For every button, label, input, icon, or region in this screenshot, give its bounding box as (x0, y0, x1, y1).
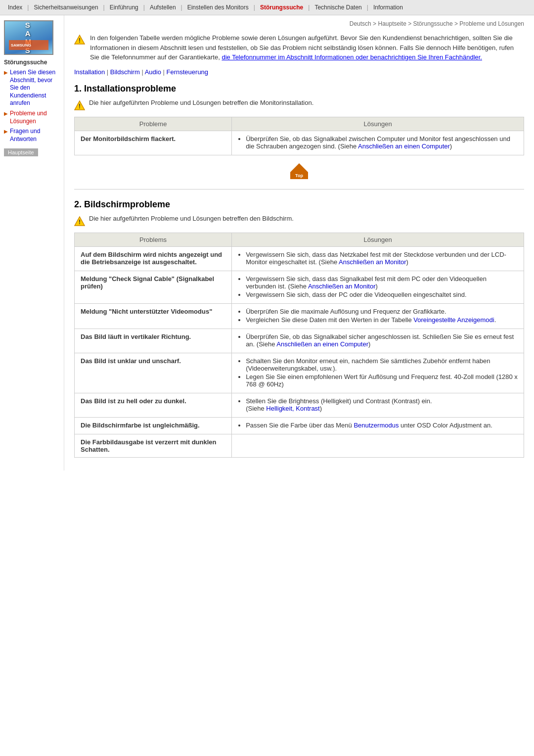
link-voreingestellt[interactable]: Voreingestellte Anzeigemodi (413, 316, 494, 324)
nav-aufstellen[interactable]: Aufstellen (146, 2, 180, 13)
problem-cell: Das Bild ist unklar und unscharf. (75, 353, 232, 393)
problem-cell: Meldung "Nicht unterstützter Videomodus" (75, 303, 232, 329)
top-arrow-icon (290, 163, 308, 172)
section1-heading: 1. Installationsprobleme (74, 84, 524, 94)
top-button[interactable]: Top (290, 163, 308, 179)
sidebar-link-probleme[interactable]: ▶ Probleme und Lösungen (4, 110, 60, 125)
section-links: Installation | Bildschirm | Audio | Fern… (74, 68, 524, 76)
problem-cell: Meldung "Check Signal Cable" (Signalkabe… (75, 271, 232, 303)
nav-einstellen[interactable]: Einstellen des Monitors (183, 2, 253, 13)
sidebar: SAMS SAMSUNG Störungssuche ▶ Lesen Sie d… (0, 15, 64, 471)
link-anschliessen-monitor-1[interactable]: Anschließen an Monitor (339, 258, 406, 266)
table-row: Das Bild läuft in vertikaler Richtung. Ü… (75, 329, 524, 353)
problem-cell: Die Farbbildausgabe ist verzerrt mit dun… (75, 434, 232, 457)
section1-intro-text: Die hier aufgeführten Probleme und Lösun… (89, 99, 313, 111)
intro-link[interactable]: die Telefonnummer im Abschnitt Informati… (222, 53, 482, 61)
sidebar-link-lesen[interactable]: ▶ Lesen Sie diesen Abschnitt, bevor Sie … (4, 69, 60, 107)
home-button[interactable]: Hauptseite (4, 148, 38, 156)
intro-box: ! In den folgenden Tabelle werden möglic… (74, 33, 524, 62)
intro-text: In den folgenden Tabelle werden mögliche… (90, 33, 524, 62)
top-button-container: Top (74, 163, 524, 179)
warning-icon-s1: ! (74, 100, 85, 111)
solution-cell: Überprüfen Sie, ob das Signalkabel zwisc… (232, 131, 524, 155)
section-link-fernsteuerung[interactable]: Fernsteuerung (167, 68, 209, 76)
section-link-installation[interactable]: Installation (74, 68, 105, 76)
table-row: Das Bild ist zu hell oder zu dunkel. Ste… (75, 393, 524, 417)
section2-intro: ! Die hier aufgeführten Probleme und Lös… (74, 215, 524, 227)
top-navigation: Index | Sicherheitsanweisungen | Einführ… (0, 0, 534, 15)
table-row: Die Bildschirmfarbe ist ungleichmäßig. P… (75, 417, 524, 434)
section-divider (74, 189, 524, 189)
link-benutzermodus[interactable]: Benutzermodus (354, 422, 399, 429)
link-anschliessen-monitor-2[interactable]: Anschließen an Monitor (308, 283, 376, 290)
section-link-audio[interactable]: Audio (145, 68, 161, 76)
solution-cell (232, 434, 524, 457)
solution-cell: Vergewissern Sie sich, dass das Signalka… (232, 271, 524, 303)
problem-cell: Die Bildschirmfarbe ist ungleichmäßig. (75, 417, 232, 434)
solution-cell: Schalten Sie den Monitor erneut ein, nac… (232, 353, 524, 393)
link-anschliessen-1[interactable]: Anschließen an einen Computer (358, 142, 450, 150)
svg-text:!: ! (79, 37, 81, 44)
arrow-icon: ▶ (4, 70, 8, 75)
top-btn-base: Top (290, 172, 308, 179)
nav-index[interactable]: Index (4, 2, 26, 13)
table-row: Die Farbbildausgabe ist verzerrt mit dun… (75, 434, 524, 457)
section-link-bildschirm[interactable]: Bildschirm (110, 68, 140, 76)
col2-header-problems: Problems (75, 233, 232, 246)
top-btn-text: Top (295, 173, 303, 178)
nav-information[interactable]: Information (369, 2, 407, 13)
sidebar-logo: SAMS SAMSUNG (4, 20, 53, 55)
arrow-icon-3: ▶ (4, 129, 8, 134)
solution-cell: Überprüfen Sie die maximale Auflösung un… (232, 303, 524, 329)
section2-heading: 2. Bildschirmprobleme (74, 199, 524, 210)
col-header-probleme: Probleme (75, 117, 232, 131)
solution-cell: Überprüfen Sie, ob das Signalkabel siche… (232, 329, 524, 353)
table-row: Der Monitorbildschirm flackert. Überprüf… (75, 131, 524, 155)
content-area: Deutsch > Hauptseite > Störungssuche > P… (64, 15, 534, 471)
problem-cell: Das Bild läuft in vertikaler Richtung. (75, 329, 232, 353)
arrow-icon-2: ▶ (4, 111, 8, 116)
nav-sicherheit[interactable]: Sicherheitsanweisungen (30, 2, 102, 13)
solution-cell: Stellen Sie die Brightness (Helligkeit) … (232, 393, 524, 417)
sidebar-link-lesen-text[interactable]: Lesen Sie diesen Abschnitt, bevor Sie de… (10, 69, 60, 107)
sidebar-link-probleme-text[interactable]: Probleme und Lösungen (10, 110, 60, 125)
section1-intro: ! Die hier aufgeführten Probleme und Lös… (74, 99, 524, 111)
section2-intro-text: Die hier aufgeführten Probleme und Lösun… (89, 215, 294, 227)
warning-icon: ! (74, 34, 85, 45)
sidebar-link-fragen[interactable]: ▶ Fragen und Antworten (4, 128, 60, 143)
main-wrapper: SAMS SAMSUNG Störungssuche ▶ Lesen Sie d… (0, 15, 534, 471)
link-helligkeit[interactable]: Helligkeit, Kontrast (266, 405, 319, 412)
problem-cell: Der Monitorbildschirm flackert. (75, 131, 232, 155)
section2-table: Problems Lösungen Auf dem Bildschirm wir… (74, 233, 524, 458)
nav-technisch[interactable]: Technische Daten (311, 2, 365, 13)
col-header-loesungen: Lösungen (232, 117, 524, 131)
solution-cell: Vergewissern Sie sich, dass das Netzkabe… (232, 246, 524, 271)
problem-cell: Auf dem Bildschirm wird nichts angezeigt… (75, 246, 232, 271)
svg-text:!: ! (79, 103, 81, 110)
sidebar-link-fragen-text[interactable]: Fragen und Antworten (10, 128, 60, 143)
table-row: Meldung "Check Signal Cable" (Signalkabe… (75, 271, 524, 303)
table-row: Das Bild ist unklar und unscharf. Schalt… (75, 353, 524, 393)
problem-cell: Das Bild ist zu hell oder zu dunkel. (75, 393, 232, 417)
section1-table: Probleme Lösungen Der Monitorbildschirm … (74, 117, 524, 155)
table-row: Auf dem Bildschirm wird nichts angezeigt… (75, 246, 524, 271)
col2-header-loesungen: Lösungen (232, 233, 524, 246)
sidebar-section-title: Störungssuche (4, 59, 60, 66)
svg-text:!: ! (79, 219, 81, 226)
table-row: Meldung "Nicht unterstützter Videomodus"… (75, 303, 524, 329)
link-anschliessen-2[interactable]: Anschließen an einen Computer (276, 340, 368, 348)
solution-cell: Passen Sie die Farbe über das Menü Benut… (232, 417, 524, 434)
breadcrumb: Deutsch > Hauptseite > Störungssuche > P… (74, 20, 524, 27)
warning-icon-s2: ! (74, 216, 85, 227)
nav-stoerung[interactable]: Störungssuche (256, 2, 307, 13)
nav-einfuehrung[interactable]: Einführung (106, 2, 142, 13)
